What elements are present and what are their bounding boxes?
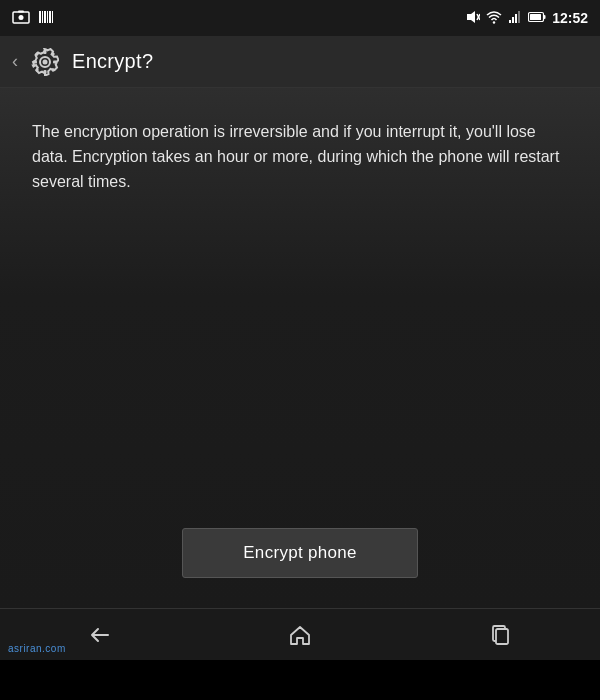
wifi-icon — [486, 10, 502, 27]
svg-rect-19 — [544, 15, 546, 19]
svg-rect-31 — [496, 629, 508, 644]
status-bar: 12:52 — [0, 0, 600, 36]
barcode-icon — [38, 10, 54, 27]
svg-rect-25 — [53, 60, 57, 63]
title-bar: ‹ Encrypt? — [0, 36, 600, 88]
signal-icon — [508, 10, 522, 27]
svg-rect-5 — [44, 11, 46, 23]
photo-icon — [12, 10, 30, 27]
svg-rect-18 — [530, 14, 541, 20]
svg-rect-15 — [515, 14, 517, 23]
page-title: Encrypt? — [72, 50, 153, 73]
svg-rect-22 — [44, 50, 47, 54]
svg-rect-2 — [18, 10, 24, 12]
nav-recents-button[interactable] — [470, 613, 530, 657]
svg-rect-23 — [44, 70, 47, 74]
status-left-icons — [12, 10, 54, 27]
svg-rect-13 — [509, 20, 511, 23]
svg-rect-6 — [47, 11, 48, 23]
svg-rect-24 — [33, 60, 37, 63]
svg-point-1 — [19, 15, 24, 20]
svg-rect-4 — [42, 11, 43, 23]
encrypt-phone-button[interactable]: Encrypt phone — [182, 528, 418, 578]
svg-rect-3 — [39, 11, 41, 23]
description-text: The encryption operation is irreversible… — [32, 120, 568, 194]
button-area: Encrypt phone — [0, 528, 600, 578]
svg-point-12 — [493, 21, 495, 23]
status-time: 12:52 — [552, 10, 588, 26]
svg-marker-9 — [467, 11, 475, 23]
battery-icon — [528, 11, 546, 26]
gear-icon — [28, 45, 62, 79]
back-arrow-icon[interactable]: ‹ — [12, 51, 18, 72]
svg-rect-14 — [512, 17, 514, 23]
nav-bar: asriran.com — [0, 608, 600, 660]
mute-icon — [466, 10, 480, 27]
svg-rect-16 — [518, 11, 520, 23]
main-content: The encryption operation is irreversible… — [0, 88, 600, 608]
status-right-icons: 12:52 — [466, 10, 588, 27]
nav-back-button[interactable] — [70, 613, 130, 657]
svg-rect-7 — [49, 11, 51, 23]
site-label: asriran.com — [8, 643, 66, 654]
svg-point-21 — [43, 59, 48, 64]
nav-home-button[interactable] — [270, 613, 330, 657]
svg-rect-8 — [52, 11, 53, 23]
